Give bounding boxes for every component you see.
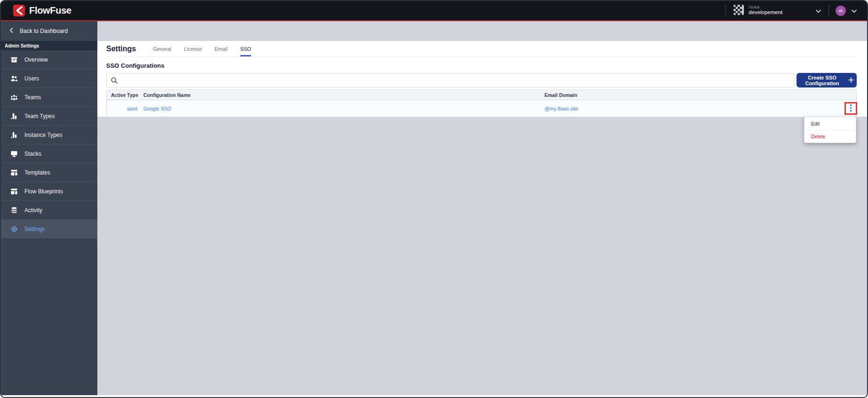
team-label: TEAM: — [749, 6, 811, 10]
sso-toolbar: Create SSO Configuration — [106, 73, 857, 88]
create-sso-configuration-button[interactable]: Create SSO Configuration — [797, 73, 857, 88]
sidebar-item-users[interactable]: Users — [1, 69, 97, 88]
sidebar-item-label: Flow Blueprints — [24, 188, 63, 195]
col-header-type: Type — [127, 92, 143, 98]
table-header-row: Active Type Configuration Name Email Dom… — [107, 90, 856, 100]
teams-icon — [10, 94, 18, 101]
sidebar-item-stacks[interactable]: Stacks — [1, 144, 97, 163]
blueprints-icon — [10, 188, 18, 195]
section-title: SSO Configurations — [106, 62, 857, 69]
team-text: TEAM: developement — [749, 6, 811, 16]
back-to-dashboard[interactable]: Back to Dashboard — [1, 21, 97, 41]
tab-sso[interactable]: SSO — [240, 41, 251, 56]
team-name: developement — [749, 9, 811, 16]
sidebar-item-activity[interactable]: Activity — [1, 201, 97, 220]
chevron-down-icon — [816, 7, 821, 15]
back-label: Back to Dashboard — [20, 28, 68, 34]
brand[interactable]: FlowFuse — [13, 5, 71, 16]
menu-item-edit[interactable]: Edit — [805, 117, 856, 130]
row-actions-highlight-box — [844, 102, 857, 115]
chevron-down-icon — [852, 7, 857, 15]
sidebar-item-label: Settings — [24, 226, 45, 232]
flowfuse-logo-icon — [13, 5, 25, 16]
sso-configurations-table: Active Type Configuration Name Email Dom… — [106, 89, 857, 117]
tab-license[interactable]: License — [184, 41, 202, 56]
sidebar-item-flow-blueprints[interactable]: Flow Blueprints — [1, 182, 97, 201]
chevron-left-icon — [9, 28, 13, 34]
plus-icon — [848, 77, 854, 84]
activity-icon — [10, 207, 18, 214]
row-context-menu: Edit Delete — [804, 117, 856, 143]
settings-panel: Settings General License Email SSO SSO C… — [97, 41, 867, 117]
overview-icon — [10, 56, 18, 64]
create-button-label: Create SSO Configuration — [799, 75, 845, 86]
sidebar-item-label: Teams — [24, 94, 41, 101]
tabs-row: Settings General License Email SSO — [106, 41, 857, 57]
col-header-email-domain: Email Domain — [544, 92, 836, 98]
sidebar-item-label: Overview — [24, 56, 48, 63]
sidebar-item-overview[interactable]: Overview — [1, 50, 97, 69]
configuration-name-link[interactable]: Google SSO — [143, 106, 544, 111]
table-row[interactable]: saml Google SSO @my-flows.site — [107, 100, 856, 117]
app-window: FlowFuse — [0, 0, 868, 398]
stacks-icon — [10, 150, 18, 158]
col-header-active: Active — [111, 92, 127, 98]
sidebar-item-label: Team Types — [24, 113, 55, 119]
navbar-right: TEAM: developement sh — [726, 1, 863, 20]
search-input[interactable] — [121, 73, 790, 87]
menu-item-delete[interactable]: Delete — [805, 130, 856, 143]
sidebar-item-settings[interactable]: Settings — [1, 220, 97, 239]
tab-general[interactable]: General — [153, 41, 171, 56]
cell-actions — [836, 102, 856, 115]
templates-icon — [10, 169, 18, 176]
main-area: Settings General License Email SSO SSO C… — [97, 21, 867, 395]
admin-sidebar: Back to Dashboard Admin Settings Overvie… — [1, 21, 97, 395]
kebab-menu-icon[interactable] — [850, 104, 852, 113]
sidebar-item-teams[interactable]: Teams — [1, 88, 97, 107]
sidebar-item-label: Activity — [24, 207, 42, 214]
tab-email[interactable]: Email — [214, 41, 228, 56]
search-box — [106, 73, 795, 88]
user-menu[interactable]: sh — [829, 1, 863, 20]
sidebar-item-label: Instance Types — [24, 132, 63, 138]
team-types-icon — [10, 112, 18, 120]
team-selector[interactable]: TEAM: developement — [726, 1, 829, 20]
user-avatar: sh — [836, 6, 846, 16]
settings-tabs: General License Email SSO — [153, 41, 251, 56]
instance-types-icon — [10, 131, 18, 139]
cell-email-domain: @my-flows.site — [544, 106, 836, 111]
team-avatar-icon — [734, 5, 744, 17]
sidebar-item-team-types[interactable]: Team Types — [1, 107, 97, 126]
users-icon — [10, 75, 18, 82]
sidebar-item-templates[interactable]: Templates — [1, 163, 97, 182]
cell-type: saml — [127, 106, 143, 111]
col-header-configuration-name: Configuration Name — [143, 92, 544, 98]
app-body: Back to Dashboard Admin Settings Overvie… — [1, 21, 867, 395]
sidebar-item-label: Users — [24, 75, 39, 82]
sidebar-item-instance-types[interactable]: Instance Types — [1, 126, 97, 144]
sidebar-nav: Overview Users Teams — [1, 50, 97, 239]
sidebar-item-label: Templates — [24, 169, 50, 176]
top-navbar: FlowFuse — [1, 1, 867, 20]
sidebar-section-label: Admin Settings — [1, 41, 97, 50]
brand-name: FlowFuse — [29, 5, 71, 16]
settings-gear-icon — [10, 225, 18, 233]
sidebar-item-label: Stacks — [24, 151, 41, 157]
page-title: Settings — [106, 45, 136, 53]
